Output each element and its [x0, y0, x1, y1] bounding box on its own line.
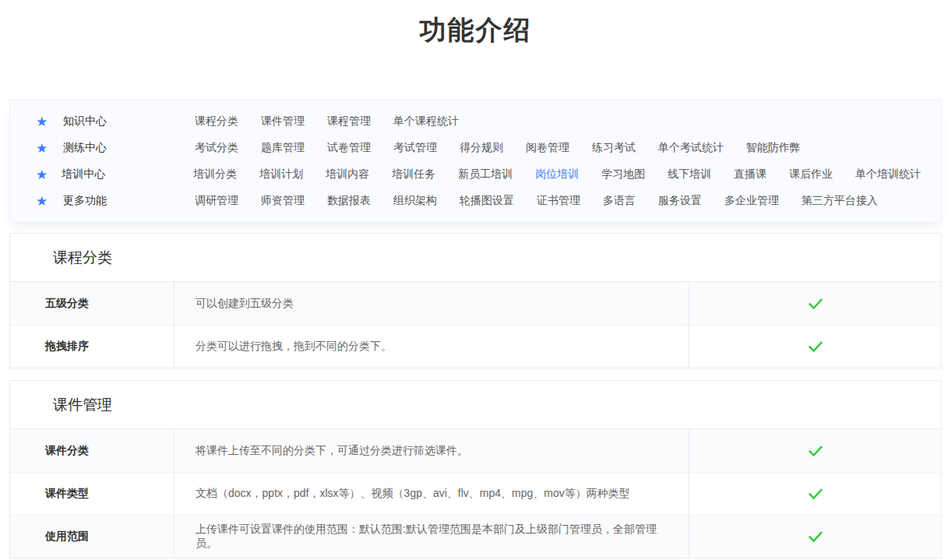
nav-item[interactable]: 智能防作弊 [746, 141, 801, 155]
nav-item-active[interactable]: 岗位培训 [535, 167, 579, 181]
nav-item[interactable]: 课程分类 [195, 114, 238, 129]
nav-item[interactable]: 课件管理 [261, 114, 305, 129]
nav-item[interactable]: 单个培训统计 [855, 167, 921, 181]
nav-item[interactable]: 题库管理 [261, 141, 305, 155]
feature-desc-cell: 可以创建到五级分类 [174, 282, 689, 325]
nav-item[interactable]: 数据报表 [327, 194, 371, 208]
check-icon [807, 528, 824, 545]
section-rows: 课件分类 将课件上传至不同的分类下，可通过分类进行筛选课件。 课件类型 文档（d… [10, 429, 941, 558]
star-icon: ★ [36, 168, 48, 181]
nav-row: ★ 测练中心 考试分类题库管理试卷管理考试管理得分规则阅卷管理练习考试单个考试统… [10, 135, 941, 161]
nav-items: 培训分类培训计划培训内容培训任务新员工培训岗位培训学习地图线下培训直播课课后作业… [193, 167, 943, 181]
check-icon [807, 485, 824, 502]
nav-item[interactable]: 师资管理 [261, 194, 305, 208]
star-icon: ★ [36, 115, 49, 129]
feature-name-cell: 五级分类 [10, 282, 174, 325]
section-title: 课程分类 [10, 234, 941, 282]
nav-row: ★ 知识中心 课程分类课件管理课程管理单个课程统计 [10, 108, 941, 135]
nav-item[interactable]: 课程管理 [327, 114, 371, 129]
nav-items: 课程分类课件管理课程管理单个课程统计 [195, 114, 481, 129]
nav-item[interactable]: 培训内容 [326, 167, 369, 181]
nav-items: 考试分类题库管理试卷管理考试管理得分规则阅卷管理练习考试单个考试统计智能防作弊 [195, 141, 823, 155]
table-row: 拖拽排序 分类可以进行拖拽，拖到不同的分类下。 [10, 325, 941, 368]
feature-name-cell: 使用范围 [10, 516, 174, 558]
support-cell [689, 429, 941, 472]
nav-row: ★ 培训中心 培训分类培训计划培训内容培训任务新员工培训岗位培训学习地图线下培训… [10, 161, 941, 188]
support-cell [689, 516, 941, 558]
star-icon: ★ [36, 195, 49, 208]
feature-sections: 课程分类 五级分类 可以创建到五级分类 拖拽排序 分类可以进行拖拽，拖到不同的分… [9, 233, 942, 558]
table-row: 五级分类 可以创建到五级分类 [10, 282, 941, 325]
support-cell [689, 473, 941, 515]
feature-desc-cell: 文档（docx，pptx，pdf，xlsx等）、视频（3gp、avi、flv、m… [174, 473, 689, 515]
nav-item[interactable]: 轮播图设置 [460, 194, 514, 208]
nav-item[interactable]: 第三方平台接入 [801, 194, 878, 208]
nav-item[interactable]: 线下培训 [667, 167, 711, 181]
table-row: 课件分类 将课件上传至不同的分类下，可通过分类进行筛选课件。 [10, 429, 941, 472]
nav-item[interactable]: 考试管理 [393, 141, 437, 155]
check-icon [807, 442, 824, 460]
feature-section: 课程分类 五级分类 可以创建到五级分类 拖拽排序 分类可以进行拖拽，拖到不同的分… [9, 233, 942, 368]
nav-category-label: 更多功能 [63, 194, 195, 208]
nav-category-label: 培训中心 [62, 167, 193, 181]
check-icon [807, 295, 824, 312]
nav-item[interactable]: 多语言 [603, 194, 636, 208]
check-icon [807, 338, 824, 355]
nav-item[interactable]: 课后作业 [789, 167, 833, 181]
support-cell [689, 282, 941, 325]
nav-item[interactable]: 单个考试统计 [658, 141, 724, 155]
table-row: 课件类型 文档（docx，pptx，pdf，xlsx等）、视频（3gp、avi、… [10, 472, 941, 515]
feature-desc-cell: 将课件上传至不同的分类下，可通过分类进行筛选课件。 [174, 429, 689, 472]
feature-name-cell: 课件分类 [10, 429, 174, 472]
nav-item[interactable]: 练习考试 [592, 141, 636, 155]
nav-category-label: 知识中心 [63, 114, 195, 129]
nav-row: ★ 更多功能 调研管理师资管理数据报表组织架构轮播图设置证书管理多语言服务设置多… [10, 188, 941, 214]
nav-item[interactable]: 得分规则 [460, 141, 503, 155]
nav-category-label: 测练中心 [63, 141, 195, 155]
nav-item[interactable]: 证书管理 [537, 194, 580, 208]
nav-item[interactable]: 培训分类 [193, 167, 237, 181]
nav-item[interactable]: 新员工培训 [458, 167, 512, 181]
nav-item[interactable]: 多企业管理 [724, 194, 779, 208]
page-title: 功能介绍 [0, 0, 951, 45]
feature-section: 课件管理 课件分类 将课件上传至不同的分类下，可通过分类进行筛选课件。 课件类型… [9, 380, 942, 558]
nav-item[interactable]: 直播课 [734, 167, 766, 181]
feature-desc-cell: 上传课件可设置课件的使用范围：默认范围:默认管理范围是本部门及上级部门管理员，全… [174, 516, 689, 558]
feature-nav-panel: ★ 知识中心 课程分类课件管理课程管理单个课程统计 ★ 测练中心 考试分类题库管… [9, 100, 942, 223]
feature-name-cell: 拖拽排序 [10, 326, 174, 368]
feature-desc-cell: 分类可以进行拖拽，拖到不同的分类下。 [174, 326, 689, 368]
nav-item[interactable]: 调研管理 [195, 194, 238, 208]
table-row: 使用范围 上传课件可设置课件的使用范围：默认范围:默认管理范围是本部门及上级部门… [10, 515, 941, 558]
section-title: 课件管理 [10, 381, 941, 429]
nav-items: 调研管理师资管理数据报表组织架构轮播图设置证书管理多语言服务设置多企业管理第三方… [195, 194, 900, 208]
nav-item[interactable]: 培训任务 [392, 167, 435, 181]
star-icon: ★ [36, 142, 49, 155]
nav-item[interactable]: 试卷管理 [327, 141, 371, 155]
nav-item[interactable]: 组织架构 [393, 194, 437, 208]
content-area: ★ 知识中心 课程分类课件管理课程管理单个课程统计 ★ 测练中心 考试分类题库管… [9, 100, 942, 558]
nav-item[interactable]: 服务设置 [658, 194, 702, 208]
section-rows: 五级分类 可以创建到五级分类 拖拽排序 分类可以进行拖拽，拖到不同的分类下。 [10, 282, 941, 368]
nav-item[interactable]: 培训计划 [259, 167, 303, 181]
support-cell [689, 326, 941, 368]
nav-item[interactable]: 单个课程统计 [393, 114, 459, 129]
nav-item[interactable]: 考试分类 [195, 141, 238, 155]
nav-item[interactable]: 学习地图 [601, 167, 645, 181]
nav-item[interactable]: 阅卷管理 [526, 141, 569, 155]
feature-name-cell: 课件类型 [10, 473, 174, 515]
